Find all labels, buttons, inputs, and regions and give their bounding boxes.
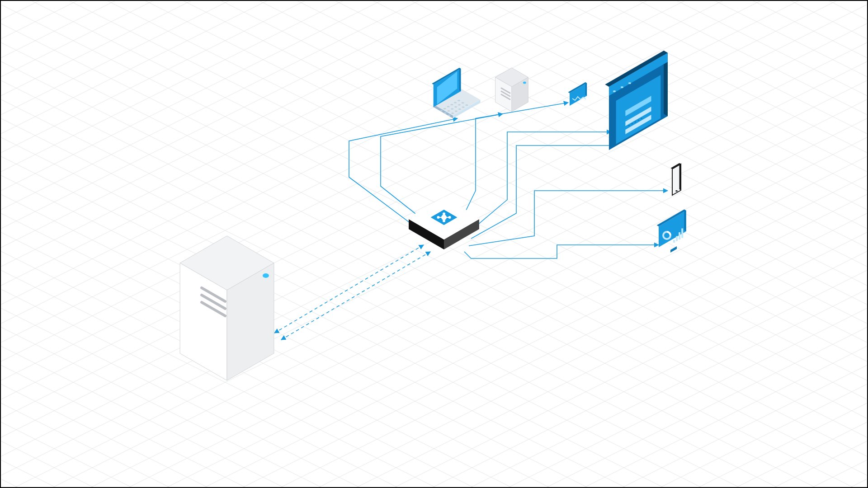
svg-line-163 bbox=[1, 282, 867, 487]
svg-line-179 bbox=[1, 434, 867, 487]
svg-line-147 bbox=[1, 130, 867, 487]
svg-line-181 bbox=[1, 453, 867, 487]
svg-line-165 bbox=[1, 301, 867, 487]
svg-line-173 bbox=[1, 377, 867, 487]
svg-line-84 bbox=[1, 1, 867, 84]
svg-point-323 bbox=[621, 86, 623, 88]
svg-point-311 bbox=[523, 82, 526, 84]
svg-line-155 bbox=[1, 206, 867, 487]
svg-line-117 bbox=[1, 1, 867, 388]
svg-line-130 bbox=[1, 1, 867, 487]
svg-point-296 bbox=[458, 104, 461, 105]
payment-card-icon bbox=[568, 82, 587, 106]
svg-line-106 bbox=[1, 1, 867, 293]
svg-point-303 bbox=[458, 100, 460, 101]
svg-point-290 bbox=[462, 106, 465, 108]
svg-line-85 bbox=[1, 1, 867, 84]
svg-line-81 bbox=[1, 1, 867, 46]
backend-server-icon bbox=[180, 236, 274, 380]
svg-marker-317 bbox=[585, 82, 587, 96]
svg-line-80 bbox=[1, 1, 867, 46]
svg-line-166 bbox=[1, 320, 867, 487]
svg-line-148 bbox=[1, 149, 867, 487]
svg-line-98 bbox=[1, 1, 867, 217]
svg-line-142 bbox=[1, 92, 867, 487]
svg-line-100 bbox=[1, 1, 867, 236]
svg-marker-344 bbox=[684, 210, 686, 232]
svg-line-172 bbox=[1, 377, 867, 487]
svg-marker-306 bbox=[459, 68, 461, 91]
svg-line-168 bbox=[1, 339, 867, 487]
svg-line-176 bbox=[1, 415, 867, 487]
svg-point-332 bbox=[635, 122, 636, 122]
diagram-svg bbox=[1, 1, 867, 487]
svg-line-182 bbox=[1, 472, 867, 487]
svg-point-288 bbox=[455, 110, 458, 112]
svg-line-133 bbox=[1, 1, 867, 487]
svg-point-298 bbox=[440, 110, 443, 111]
svg-point-286 bbox=[448, 114, 450, 116]
svg-line-79 bbox=[1, 1, 867, 27]
svg-point-330 bbox=[628, 125, 630, 126]
svg-point-297 bbox=[462, 102, 464, 103]
svg-line-167 bbox=[1, 320, 867, 487]
svg-point-292 bbox=[444, 112, 447, 113]
edge-server-icon bbox=[495, 68, 528, 112]
svg-point-340 bbox=[675, 190, 678, 192]
svg-point-294 bbox=[451, 108, 453, 109]
svg-line-114 bbox=[1, 1, 867, 369]
svg-point-324 bbox=[628, 82, 631, 84]
web-app-icon bbox=[605, 51, 668, 150]
svg-line-177 bbox=[1, 415, 867, 487]
svg-line-131 bbox=[1, 1, 867, 487]
svg-line-139 bbox=[1, 54, 867, 487]
svg-point-293 bbox=[447, 110, 450, 112]
svg-line-159 bbox=[1, 244, 867, 487]
svg-point-334 bbox=[641, 118, 642, 119]
svg-line-183 bbox=[1, 472, 867, 487]
svg-line-140 bbox=[1, 73, 867, 487]
svg-line-132 bbox=[1, 1, 867, 487]
svg-point-331 bbox=[632, 123, 633, 124]
svg-point-287 bbox=[451, 113, 454, 114]
svg-line-158 bbox=[1, 244, 867, 487]
svg-line-82 bbox=[1, 1, 867, 65]
svg-line-109 bbox=[1, 1, 867, 312]
svg-line-115 bbox=[1, 1, 867, 369]
svg-point-291 bbox=[465, 104, 468, 106]
svg-line-108 bbox=[1, 1, 867, 312]
svg-point-263 bbox=[263, 273, 269, 278]
svg-line-157 bbox=[1, 225, 867, 487]
svg-point-289 bbox=[458, 108, 461, 110]
svg-point-333 bbox=[638, 120, 639, 121]
svg-line-175 bbox=[1, 396, 867, 487]
phone-icon bbox=[671, 163, 681, 195]
svg-marker-341 bbox=[670, 246, 677, 253]
svg-line-78 bbox=[1, 1, 867, 27]
svg-line-116 bbox=[1, 1, 867, 388]
svg-line-144 bbox=[1, 111, 867, 487]
svg-line-101 bbox=[1, 1, 867, 236]
svg-line-92 bbox=[1, 1, 867, 160]
svg-point-302 bbox=[454, 102, 457, 103]
svg-line-164 bbox=[1, 301, 867, 487]
svg-line-99 bbox=[1, 1, 867, 217]
svg-line-174 bbox=[1, 396, 867, 487]
svg-point-299 bbox=[443, 108, 446, 109]
svg-line-77 bbox=[1, 1, 867, 8]
svg-line-143 bbox=[1, 92, 867, 487]
svg-point-322 bbox=[613, 90, 616, 92]
svg-line-178 bbox=[1, 434, 867, 487]
svg-line-93 bbox=[1, 1, 867, 160]
svg-line-149 bbox=[1, 149, 867, 487]
svg-line-180 bbox=[1, 453, 867, 487]
svg-point-300 bbox=[447, 106, 450, 107]
svg-line-107 bbox=[1, 1, 867, 293]
svg-line-141 bbox=[1, 73, 867, 487]
diagram-stage bbox=[0, 0, 868, 488]
svg-line-154 bbox=[1, 206, 867, 487]
svg-line-138 bbox=[1, 54, 867, 487]
dashboard-icon bbox=[657, 210, 686, 253]
svg-line-162 bbox=[1, 282, 867, 487]
svg-line-76 bbox=[1, 1, 867, 8]
